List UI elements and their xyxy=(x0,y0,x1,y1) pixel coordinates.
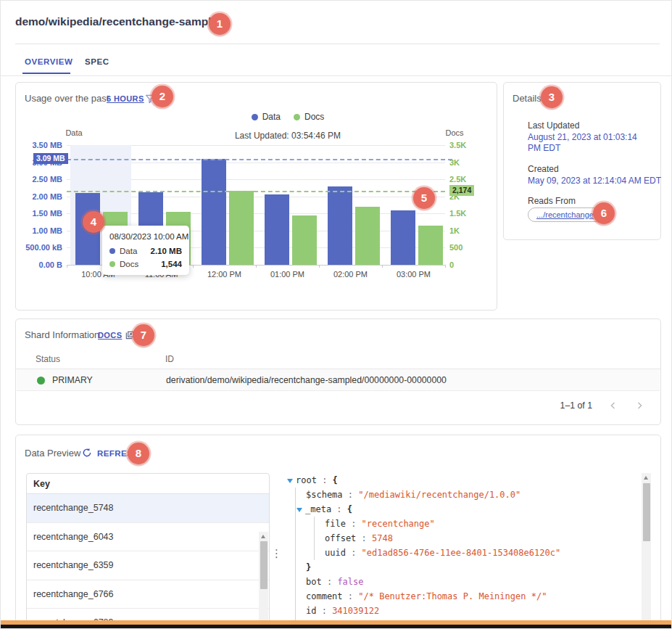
pane-resize-handle[interactable]: ⋮ xyxy=(271,551,281,556)
details-card: Details Last Updated August 21, 2023 at … xyxy=(503,82,661,240)
callout-2: 2 xyxy=(152,86,173,107)
right-axis-tick: 1.5K xyxy=(449,208,493,218)
preview-title: Data Preview xyxy=(25,448,80,459)
right-axis-title: Docs xyxy=(438,128,471,137)
chart-legend: Data Docs xyxy=(197,112,378,122)
bar-docs-01:00 PM[interactable] xyxy=(292,215,317,265)
bar-data-12:00 PM[interactable] xyxy=(202,159,226,265)
tooltip-title: 08/30/2023 10:00 AM xyxy=(109,232,182,241)
data-series-dot xyxy=(252,114,258,120)
json-key: root xyxy=(296,475,317,485)
json-viewer-pane: root : {$schema : "/mediawiki/recentchan… xyxy=(284,470,651,628)
json-value: { xyxy=(347,504,352,514)
x-axis-tick xyxy=(382,265,383,268)
json-value: "/mediawiki/recentchange/1.0.0" xyxy=(358,490,520,500)
tooltip-row-data: Data 2.10 MB xyxy=(109,247,182,255)
json-line: comment : "/* Benutzer:Thomas P. Meining… xyxy=(287,589,636,604)
last-updated-value: August 21, 2023 at 01:03:14 PM EDT xyxy=(528,132,652,154)
tab-spec[interactable]: SPEC xyxy=(85,57,109,66)
list-item[interactable]: recentchange_6043 xyxy=(27,523,269,552)
left-axis-tick: 500.00 kB xyxy=(16,242,62,252)
x-axis-tick xyxy=(445,265,446,268)
tab-overview[interactable]: OVERVIEW xyxy=(25,57,73,66)
legend-item-docs[interactable]: Docs xyxy=(294,112,324,122)
x-axis-tick xyxy=(67,265,67,268)
indent-guide xyxy=(314,517,325,531)
list-item[interactable]: recentchange_6766 xyxy=(27,580,269,609)
bar-docs-02:00 PM[interactable] xyxy=(355,207,380,265)
list-item[interactable]: recentchange_6359 xyxy=(27,551,269,580)
bar-docs-12:00 PM[interactable] xyxy=(229,191,254,265)
json-key: uuid xyxy=(325,548,346,558)
scroll-up-icon[interactable] xyxy=(644,476,648,480)
column-id: ID xyxy=(165,354,174,364)
header-divider xyxy=(15,44,660,44)
json-key: bot xyxy=(306,577,322,587)
left-axis-tick: 2.00 MB xyxy=(16,192,62,202)
key-list-scrollbar[interactable] xyxy=(259,532,268,629)
legend-item-data[interactable]: Data xyxy=(252,112,281,122)
json-key: _meta xyxy=(305,504,331,514)
data-max-dashed-line xyxy=(67,159,452,160)
shard-docs-link[interactable]: DOCS xyxy=(98,331,122,340)
tooltip-row-docs: Docs 1,544 xyxy=(109,260,182,268)
chart-tooltip: 08/30/2023 10:00 AM Data 2.10 MB Docs 1,… xyxy=(102,226,189,275)
indent-guide xyxy=(295,560,306,575)
indent-guide xyxy=(295,517,306,531)
json-value: 341039122 xyxy=(332,606,379,616)
json-value: 5748 xyxy=(372,533,393,543)
refresh-icon[interactable] xyxy=(81,447,93,459)
json-scrollbar[interactable] xyxy=(642,473,651,628)
indent-guide xyxy=(295,575,306,589)
scrollbar-thumb[interactable] xyxy=(643,483,650,541)
callout-4: 4 xyxy=(83,211,104,233)
created-value: May 09, 2023 at 12:14:04 AM EDT xyxy=(528,176,658,186)
next-page-button[interactable] xyxy=(634,400,644,411)
column-status: Status xyxy=(36,354,60,364)
json-line: bot : false xyxy=(287,575,636,589)
json-value: false xyxy=(337,577,363,587)
key-list-pane: Key recentchange_5748recentchange_6043re… xyxy=(26,473,270,629)
right-axis-tick: 0 xyxy=(449,260,493,270)
indent-guide xyxy=(295,604,306,618)
json-tree: root : {$schema : "/mediawiki/recentchan… xyxy=(287,473,636,628)
left-axis-tick: 3.50 MB xyxy=(16,140,62,150)
left-axis-tick: 1.00 MB xyxy=(16,226,62,236)
x-axis-tick xyxy=(256,265,257,268)
x-axis-label: 02:00 PM xyxy=(319,270,382,279)
bar-docs-03:00 PM[interactable] xyxy=(418,226,443,265)
key-list: recentchange_5748recentchange_6043recent… xyxy=(27,494,269,629)
json-value: { xyxy=(333,475,338,485)
active-tab-indicator xyxy=(22,73,70,74)
bar-data-01:00 PM[interactable] xyxy=(265,194,289,265)
shard-status: PRIMARY xyxy=(52,375,93,385)
shard-id: derivation/demo/wikipedia/recentchange-s… xyxy=(166,375,447,385)
json-value: "recentchange" xyxy=(362,519,435,529)
bar-data-03:00 PM[interactable] xyxy=(391,210,415,265)
right-axis-tick: 3.5K xyxy=(449,140,493,150)
indent-guide xyxy=(295,531,306,546)
docs-series-dot xyxy=(294,114,300,120)
right-axis-tick: 500 xyxy=(449,242,493,252)
page-title: demo/wikipedia/recentchange-sampled xyxy=(15,15,225,28)
json-key: comment xyxy=(306,591,343,601)
callout-6: 6 xyxy=(593,202,615,224)
json-line: id : 341039122 xyxy=(287,604,636,618)
json-key: file xyxy=(325,519,346,529)
previous-page-button[interactable] xyxy=(608,400,618,411)
scroll-up-icon[interactable] xyxy=(261,535,265,538)
table-row[interactable]: PRIMARY derivation/demo/wikipedia/recent… xyxy=(17,369,660,391)
bar-data-02:00 PM[interactable] xyxy=(328,186,352,265)
reads-from-label: Reads From xyxy=(528,196,576,206)
indent-guide xyxy=(314,531,325,546)
left-axis-tick: 2.50 MB xyxy=(16,174,62,184)
list-item[interactable]: recentchange_5748 xyxy=(27,494,269,523)
tabs-divider xyxy=(1,75,671,76)
bottom-black-bar xyxy=(1,625,671,628)
reads-from-chip[interactable]: .../recentchange xyxy=(528,207,602,222)
json-key: offset xyxy=(325,533,356,543)
chart-last-updated: Last Updated: 03:54:46 PM xyxy=(197,131,378,141)
data-preview-card: Data Preview REFRESH Key recentchange_57… xyxy=(15,435,661,629)
docs-max-badge: 2,174 xyxy=(449,185,474,196)
scrollbar-thumb[interactable] xyxy=(260,541,267,589)
